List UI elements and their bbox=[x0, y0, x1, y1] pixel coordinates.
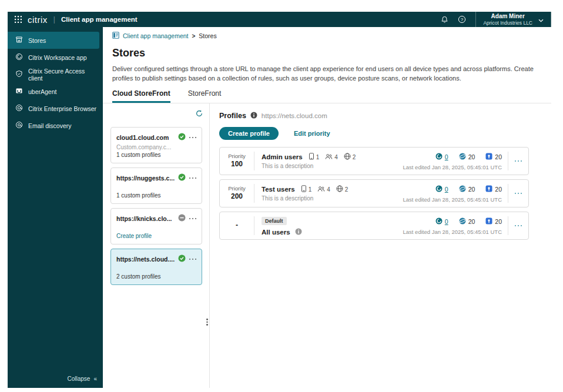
device-icon bbox=[301, 185, 307, 193]
workspace-app-count[interactable]: 0 bbox=[445, 186, 448, 193]
secure-access-count-icon bbox=[485, 184, 492, 195]
workspace-app-count-icon bbox=[435, 184, 443, 195]
profiles-panel: Profiles https://nets.cloud.com Create p… bbox=[210, 103, 551, 388]
store-card[interactable]: https://knicks.clo... Create profile bbox=[110, 208, 202, 244]
store-card-selected[interactable]: https://nets.cloud.... 2 custom profiles bbox=[110, 249, 202, 285]
tab-cloud-storefront[interactable]: Cloud StoreFront bbox=[112, 89, 170, 103]
svg-text:?: ? bbox=[461, 17, 464, 22]
product-title: Client app management bbox=[61, 16, 138, 23]
device-count: 1 bbox=[316, 154, 320, 160]
enterprise-browser-icon bbox=[15, 104, 23, 113]
top-bar: citrix | Client app management ? Adam Mi… bbox=[8, 12, 551, 27]
user-name: Adam Miner bbox=[483, 13, 532, 20]
tab-storefront[interactable]: StoreFront bbox=[188, 89, 222, 103]
secure-access-icon bbox=[15, 70, 23, 79]
status-ok-icon bbox=[178, 173, 186, 183]
profile-name: Test users bbox=[262, 186, 295, 193]
notifications-bell-icon[interactable] bbox=[435, 12, 453, 27]
sidebar-item-secure-access[interactable]: Citrix Secure Access client bbox=[8, 66, 99, 83]
workspace-app-icon bbox=[15, 53, 23, 62]
account-menu[interactable]: Adam Miner Apricot Industries LLC bbox=[475, 12, 551, 27]
profiles-title: Profiles bbox=[219, 112, 246, 120]
users-count: 4 bbox=[334, 154, 338, 160]
collapse-sidebar-button[interactable]: Collapse « bbox=[68, 376, 97, 382]
profile-name: All users bbox=[262, 229, 290, 236]
sidebar-item-enterprise-browser[interactable]: Citrix Enterprise Browser bbox=[8, 100, 99, 117]
priority-value: - bbox=[220, 221, 254, 230]
store-subtitle: Custom.company.c... bbox=[116, 144, 196, 150]
store-more-menu[interactable] bbox=[189, 137, 197, 139]
sidebar-item-uberagent[interactable]: uberAgent bbox=[8, 83, 99, 100]
stores-list-panel: cloud1.cloud.com Custom.company.c... 1 c… bbox=[103, 103, 210, 388]
workspace-app-count-icon bbox=[435, 216, 443, 227]
page-title: Stores bbox=[112, 47, 551, 60]
tab-bar: Cloud StoreFront StoreFront bbox=[103, 89, 551, 103]
device-icon bbox=[309, 153, 314, 161]
profile-description: This is a description bbox=[262, 163, 403, 169]
priority-label: Priority bbox=[220, 153, 254, 160]
sidebar-item-label: Stores bbox=[28, 37, 46, 44]
secure-access-count-icon bbox=[485, 152, 492, 162]
chevron-down-icon bbox=[538, 14, 544, 25]
last-edited: Last edited Jan 28, 2025, 05:45:01 UTC bbox=[403, 164, 502, 170]
edit-priority-link[interactable]: Edit priority bbox=[294, 130, 330, 137]
store-card[interactable]: cloud1.cloud.com Custom.company.c... 1 c… bbox=[110, 127, 202, 163]
globe-icon bbox=[344, 153, 351, 161]
breadcrumb: Client app management > Stores bbox=[103, 27, 551, 40]
secure-access-count: 20 bbox=[495, 186, 502, 193]
sidebar-item-email-discovery[interactable]: Email discovery bbox=[8, 117, 99, 134]
workspace-app-count[interactable]: 0 bbox=[445, 218, 448, 225]
status-ok-icon bbox=[178, 132, 186, 143]
uberagent-icon bbox=[15, 87, 23, 96]
enterprise-browser-count: 20 bbox=[468, 186, 475, 193]
profile-name: Admin users bbox=[262, 153, 303, 160]
secure-access-count: 20 bbox=[495, 153, 502, 160]
email-discovery-icon bbox=[15, 121, 23, 130]
store-name: https://nets.cloud.... bbox=[116, 256, 175, 263]
profile-description: This is a description bbox=[262, 195, 403, 202]
breadcrumb-separator: > bbox=[192, 33, 196, 39]
profile-more-menu[interactable] bbox=[508, 225, 528, 227]
profile-more-menu[interactable] bbox=[508, 193, 528, 195]
store-name: https://nuggests.c... bbox=[116, 175, 175, 182]
store-profiles-count: 1 custom profiles bbox=[116, 152, 196, 158]
priority-value: 200 bbox=[220, 192, 254, 202]
pane-resize-handle[interactable] bbox=[206, 319, 208, 326]
breadcrumb-root-link[interactable]: Client app management bbox=[123, 32, 189, 39]
info-icon[interactable] bbox=[250, 110, 257, 121]
user-org: Apricot Industries LLC bbox=[483, 20, 532, 26]
profile-more-menu[interactable] bbox=[508, 160, 528, 162]
device-count: 1 bbox=[309, 186, 312, 193]
users-icon bbox=[317, 186, 325, 193]
store-name: https://knicks.clo... bbox=[116, 215, 175, 222]
help-icon[interactable]: ? bbox=[453, 12, 471, 27]
profile-row-default[interactable]: - Default All users 0 bbox=[219, 212, 529, 240]
create-profile-button[interactable]: Create profile bbox=[219, 127, 279, 140]
status-ok-icon bbox=[178, 254, 186, 264]
sidebar-item-stores[interactable]: Stores bbox=[8, 32, 99, 49]
status-disabled-icon bbox=[178, 213, 186, 224]
info-icon[interactable] bbox=[295, 227, 302, 237]
app-grid-icon[interactable] bbox=[15, 16, 22, 23]
page-description: Deliver configured settings through a st… bbox=[112, 65, 542, 83]
profile-row[interactable]: Priority 100 Admin users 1 4 2 bbox=[219, 147, 529, 175]
store-more-menu[interactable] bbox=[189, 259, 197, 260]
sidebar-item-label: Email discovery bbox=[28, 122, 72, 129]
enterprise-browser-count-icon bbox=[459, 216, 466, 227]
workspace-app-count[interactable]: 0 bbox=[445, 153, 448, 160]
store-card[interactable]: https://nuggests.c... 1 custom profiles bbox=[110, 167, 202, 204]
store-profiles-count: 2 custom profiles bbox=[116, 273, 196, 280]
store-more-menu[interactable] bbox=[189, 177, 197, 179]
sidebar: Stores Citrix Workspace app Citrix Secur… bbox=[8, 27, 103, 388]
client-app-management-icon bbox=[112, 32, 119, 40]
sidebar-item-workspace-app[interactable]: Citrix Workspace app bbox=[8, 49, 99, 66]
users-count: 4 bbox=[327, 186, 330, 193]
priority-value: 100 bbox=[220, 160, 254, 169]
globe-icon bbox=[336, 185, 343, 193]
create-profile-link[interactable]: Create profile bbox=[116, 233, 196, 239]
profile-row[interactable]: Priority 200 Test users 1 4 2 bbox=[219, 179, 529, 207]
topbar-divider: | bbox=[53, 15, 55, 24]
store-more-menu[interactable] bbox=[189, 218, 197, 220]
selected-store-url: https://nets.cloud.com bbox=[262, 112, 327, 119]
refresh-icon[interactable] bbox=[195, 109, 203, 120]
